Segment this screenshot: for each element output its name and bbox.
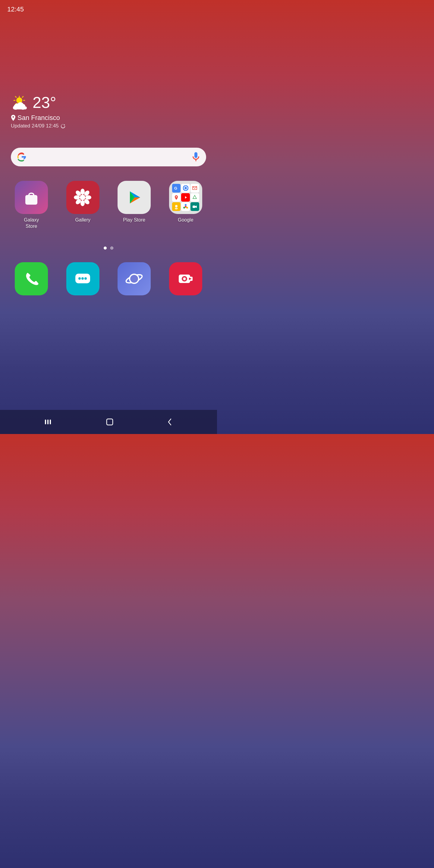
weather-widget[interactable]: 23° San Francisco Updated 24/09 12:45	[11, 93, 65, 129]
app-grid: GalaxyStore Gallery	[0, 181, 217, 230]
screen-recorder-icon	[169, 262, 202, 296]
google-search-bar[interactable]	[11, 148, 206, 166]
phone-icon	[15, 262, 48, 296]
recent-apps-button[interactable]	[44, 418, 53, 426]
gallery-label: Gallery	[75, 217, 90, 223]
refresh-icon	[61, 124, 65, 128]
svg-point-40	[175, 208, 178, 210]
svg-point-43	[186, 207, 188, 209]
svg-point-53	[130, 275, 138, 283]
galaxy-store-label: GalaxyStore	[24, 217, 39, 230]
svg-rect-63	[50, 420, 51, 424]
svg-line-7	[22, 96, 23, 97]
svg-point-16	[21, 104, 25, 108]
dock	[0, 262, 217, 296]
svg-marker-37	[185, 196, 187, 198]
weather-location: San Francisco	[11, 114, 65, 122]
svg-point-48	[79, 277, 81, 280]
svg-rect-17	[25, 195, 37, 205]
messages-icon	[66, 262, 99, 296]
svg-point-42	[185, 204, 187, 206]
navigation-bar	[0, 410, 217, 434]
app-item-galaxy-store[interactable]: GalaxyStore	[7, 181, 56, 230]
page-dot-1[interactable]	[104, 247, 107, 250]
google-logo	[17, 152, 27, 162]
gallery-icon	[66, 181, 99, 214]
status-time: 12:45	[7, 5, 24, 13]
play-store-label: Play Store	[123, 217, 145, 223]
google-folder-icon: G	[169, 181, 202, 214]
dock-item-phone[interactable]	[7, 262, 56, 296]
dock-item-messages[interactable]	[59, 262, 107, 296]
page-dot-2[interactable]	[110, 247, 113, 250]
app-item-gallery[interactable]: Gallery	[59, 181, 107, 230]
weather-temperature: 23°	[33, 93, 56, 112]
galaxy-store-icon	[15, 181, 48, 214]
svg-point-49	[82, 277, 84, 280]
app-item-play-store[interactable]: Play Store	[110, 181, 158, 230]
svg-point-41	[185, 206, 187, 208]
svg-marker-46	[195, 206, 197, 208]
app-item-google-folder[interactable]: G	[161, 181, 210, 230]
google-folder-label: Google	[178, 217, 193, 223]
svg-point-27	[80, 195, 85, 200]
svg-point-50	[84, 277, 87, 280]
svg-point-36	[176, 196, 177, 197]
svg-point-58	[183, 278, 186, 280]
svg-point-22	[85, 195, 91, 199]
status-bar: 12:45	[0, 0, 217, 13]
svg-rect-45	[193, 206, 195, 208]
home-button[interactable]	[105, 418, 114, 426]
svg-point-35	[184, 187, 187, 189]
weather-icon	[11, 95, 29, 110]
svg-line-5	[16, 96, 16, 97]
location-pin-icon	[11, 115, 16, 121]
microphone-icon[interactable]	[192, 152, 200, 162]
svg-marker-38	[193, 195, 196, 198]
svg-text:G: G	[174, 186, 177, 190]
back-button[interactable]	[167, 418, 173, 426]
svg-point-39	[175, 205, 178, 207]
weather-updated: Updated 24/09 12:45	[11, 123, 65, 129]
dock-item-samsung-internet[interactable]	[110, 262, 158, 296]
svg-point-21	[74, 195, 80, 199]
dock-item-screen-recorder[interactable]	[161, 262, 210, 296]
samsung-internet-icon	[118, 262, 151, 296]
svg-point-19	[81, 189, 85, 195]
page-dots	[104, 247, 113, 250]
svg-rect-64	[107, 419, 113, 425]
svg-rect-61	[45, 420, 46, 424]
svg-rect-62	[47, 420, 49, 424]
svg-point-20	[81, 200, 85, 206]
svg-point-44	[183, 207, 185, 209]
play-store-icon	[118, 181, 151, 214]
